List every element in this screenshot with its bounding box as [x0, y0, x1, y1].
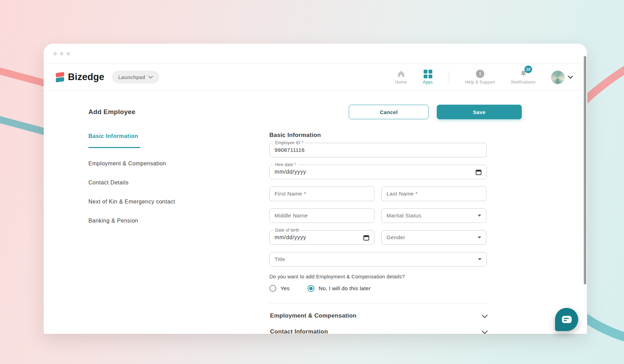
traffic-dot	[67, 52, 70, 55]
step-next-of-kin[interactable]: Next of Kin & Emergency contact	[88, 199, 269, 205]
marital-status-value: Marital Status	[387, 213, 478, 219]
hire-date-value: mm/dd/yyyy	[275, 169, 476, 175]
nav-apps-label: Apps	[423, 80, 433, 85]
avatar	[551, 70, 565, 84]
step-basic-information[interactable]: Basic Information	[88, 133, 269, 139]
marital-status-select[interactable]: Marital Status	[381, 208, 486, 223]
radio-option-yes[interactable]: Yes	[269, 285, 289, 292]
hire-date-field[interactable]: Hire date * mm/dd/yyyy	[269, 165, 487, 179]
page-content: Add Employee Cancel Save Basic Informati…	[44, 105, 587, 334]
section-label: Employment & Compensation	[270, 312, 356, 319]
step-banking-pension[interactable]: Banking & Pension	[88, 218, 269, 224]
cancel-button[interactable]: Cancel	[349, 105, 429, 119]
nav-apps[interactable]: Apps	[423, 70, 433, 85]
nav-help[interactable]: ! Help & Support	[465, 70, 495, 85]
bizedge-logo-icon	[55, 72, 65, 83]
window-titlebar	[44, 44, 587, 64]
date-of-birth-value: mm/dd/yyyy	[275, 234, 363, 241]
form-section-title: Basic Information	[269, 132, 487, 139]
bg-arc-pink-wrap	[587, 21, 624, 215]
traffic-dot	[60, 52, 63, 55]
profile-menu[interactable]	[551, 70, 573, 84]
bg-arc-teal	[587, 305, 624, 348]
calendar-icon[interactable]	[476, 169, 482, 175]
employment-question-options: Yes No, I will do this later	[269, 285, 487, 292]
nav-home-label: Home	[395, 80, 407, 85]
brand-name: Bizedge	[68, 72, 104, 83]
launchpad-label: Launchpad	[118, 75, 145, 80]
gender-select[interactable]: Gender	[381, 230, 486, 245]
first-name-input[interactable]	[275, 191, 369, 197]
radio-no-label: No, I will do this later	[319, 285, 371, 292]
employee-id-label: Employee ID *	[274, 140, 305, 145]
chevron-down-icon	[148, 76, 153, 79]
traffic-dot	[53, 52, 57, 55]
step-contact-details[interactable]: Contact Details	[88, 180, 269, 186]
app-header: Bizedge Launchpad Home Apps !	[44, 64, 587, 91]
nav-notifications[interactable]: 10 Notifications	[511, 70, 536, 85]
home-icon	[397, 70, 405, 78]
chevron-down-icon	[568, 76, 573, 79]
employment-question: Do you want to add Employment & Compensa…	[269, 274, 487, 279]
nav-home[interactable]: Home	[395, 70, 407, 85]
bg-arc-pink	[587, 24, 624, 215]
title-value: Title	[275, 256, 478, 262]
radio-yes-label: Yes	[280, 285, 289, 292]
title-select[interactable]: Title	[269, 252, 487, 267]
dropdown-caret-icon	[478, 236, 481, 239]
calendar-icon[interactable]	[363, 235, 369, 241]
middle-name-field[interactable]	[269, 208, 374, 223]
employee-id-input[interactable]	[275, 147, 482, 153]
date-of-birth-label: Date of birth	[274, 228, 301, 233]
nav-notifications-label: Notifications	[511, 80, 536, 85]
contact-information-section[interactable]: Contact Information	[269, 319, 487, 334]
chat-icon	[562, 316, 572, 323]
chevron-down-icon	[482, 312, 488, 318]
radio-option-no-later[interactable]: No, I will do this later	[307, 285, 371, 292]
page-title: Add Employee	[88, 108, 136, 116]
section-label: Contact Information	[270, 328, 328, 334]
gender-value: Gender	[387, 234, 478, 241]
hire-date-label: Hire date *	[274, 162, 298, 167]
nav-divider	[449, 71, 449, 84]
apps-icon	[424, 70, 432, 78]
middle-name-input[interactable]	[275, 213, 369, 219]
dropdown-caret-icon	[478, 215, 481, 217]
form-step-nav: Basic Information Employment & Compensat…	[88, 132, 269, 334]
date-of-birth-field[interactable]: Date of birth mm/dd/yyyy	[269, 230, 374, 245]
step-employment-compensation[interactable]: Employment & Compensation	[88, 161, 269, 167]
last-name-input[interactable]	[387, 191, 481, 197]
radio-unselected-icon[interactable]	[269, 285, 276, 292]
employment-compensation-section[interactable]: Employment & Compensation	[269, 303, 487, 319]
bg-arc-teal-wrap	[587, 305, 624, 364]
help-icon: !	[476, 70, 484, 78]
app-window: Bizedge Launchpad Home Apps !	[44, 44, 587, 334]
vertical-scrollbar[interactable]	[584, 56, 586, 284]
active-step-underline	[88, 147, 140, 148]
launchpad-button[interactable]: Launchpad	[112, 71, 159, 84]
radio-selected-icon[interactable]	[307, 285, 314, 292]
notification-badge: 10	[525, 66, 532, 73]
nav-help-label: Help & Support	[465, 80, 495, 85]
first-name-field[interactable]	[269, 187, 374, 201]
dropdown-caret-icon	[478, 258, 482, 260]
basic-information-form: Basic Information Employee ID * Hire dat…	[269, 132, 487, 334]
last-name-field[interactable]	[381, 187, 486, 201]
employee-id-field[interactable]: Employee ID *	[269, 143, 487, 157]
chevron-down-icon	[482, 328, 488, 334]
chat-widget-button[interactable]	[555, 308, 578, 331]
save-button[interactable]: Save	[437, 105, 522, 119]
